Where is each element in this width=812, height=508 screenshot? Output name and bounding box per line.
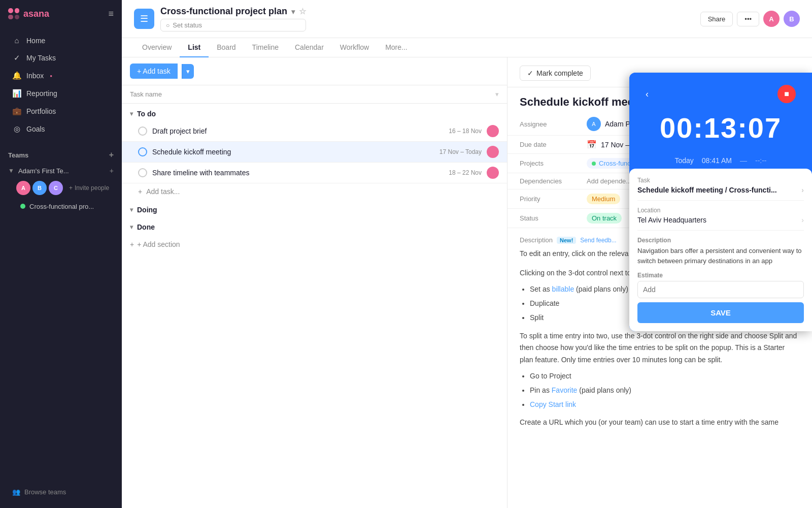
sidebar-nav: ⌂ Home ✓ My Tasks 🔔 Inbox ● 📊 Reporting …	[0, 27, 122, 142]
timer-save-btn[interactable]: SAVE	[637, 302, 804, 323]
sidebar-item-label-home: Home	[26, 37, 45, 45]
add-task-dropdown-btn[interactable]: ▾	[182, 64, 194, 79]
sidebar-item-reporting[interactable]: 📊 Reporting	[4, 85, 118, 102]
task-dates-share: 18 – 22 Nov	[449, 169, 482, 176]
goals-icon: ◎	[12, 124, 21, 134]
timer-back-btn[interactable]: ‹	[646, 89, 649, 100]
sidebar-item-label-portfolios: Portfolios	[26, 107, 56, 115]
due-date-text: 17 Nov –	[601, 141, 629, 149]
status-badge: On track	[587, 213, 622, 224]
task-name-draft: Draft project brief	[152, 127, 444, 135]
team-item-adams[interactable]: ▼ Adam's First Te... +	[0, 164, 122, 178]
bell-icon: 🔔	[12, 71, 21, 80]
timer-location-value[interactable]: Tel Aviv Headquarters ›	[637, 216, 804, 224]
sidebar-item-inbox[interactable]: 🔔 Inbox ●	[4, 67, 118, 84]
logo-dot-bl	[8, 15, 13, 20]
timer-time: 00:13:07	[660, 112, 782, 144]
project-star-icon[interactable]: ☆	[299, 7, 306, 16]
task-avatar-draft	[487, 125, 499, 137]
split-text: To split a time entry into two, use the …	[520, 330, 800, 366]
task-name-header: Task name ▾	[122, 85, 507, 104]
project-item-cross-functional[interactable]: Cross-functional pro... •••	[4, 199, 118, 214]
favorite-link[interactable]: Favorite	[552, 386, 578, 394]
todo-section-label: To do	[137, 110, 156, 118]
mark-complete-btn[interactable]: ✓ Mark complete	[520, 66, 591, 81]
tab-board[interactable]: Board	[209, 38, 244, 57]
project-title-text: Cross-functional project plan	[160, 6, 287, 17]
add-task-button[interactable]: + Add task	[130, 64, 178, 79]
new-badge: New!	[557, 237, 576, 244]
timer-description-section: Description Navigation bars offer a pers…	[637, 237, 804, 266]
section-header-todo[interactable]: ▾ To do	[122, 104, 507, 121]
tab-workflow[interactable]: Workflow	[332, 38, 377, 57]
timer-stop-btn[interactable]: ■	[777, 85, 796, 103]
send-feedback-link[interactable]: Send feedb...	[580, 237, 616, 244]
invite-people-btn[interactable]: + Invite people	[65, 181, 113, 195]
billable-link[interactable]: billable	[552, 285, 574, 293]
tab-list[interactable]: List	[180, 38, 209, 57]
timer-desc-label: Description	[637, 237, 804, 244]
timer-estimate-input[interactable]	[637, 281, 804, 298]
mark-complete-label: Mark complete	[536, 69, 583, 77]
timer-divider-1	[637, 200, 804, 201]
priority-badge: Medium	[587, 194, 620, 204]
dependencies-value[interactable]: Add depende...	[587, 177, 631, 185]
content-area: + Add task ▾ Task name ▾ ▾ To do Draft p…	[122, 57, 812, 508]
project-icon-symbol: ☰	[140, 13, 148, 24]
add-section-btn[interactable]: + + Add section	[122, 234, 507, 255]
avatar-2[interactable]: B	[32, 181, 47, 195]
project-title-chevron-icon[interactable]: ▾	[291, 8, 295, 16]
invite-label: Invite people	[75, 184, 109, 192]
task-avatar-schedule	[487, 146, 499, 158]
sidebar-bottom: 👥 Browse teams	[0, 476, 122, 508]
check-circle-icon: ✓	[527, 69, 533, 77]
add-team-btn[interactable]: +	[109, 150, 114, 160]
set-status-label: Set status	[173, 21, 202, 29]
task-check-share[interactable]	[138, 168, 147, 177]
section-header-done[interactable]: ▾ Done	[122, 217, 507, 234]
timer-task-chevron-icon: ›	[801, 186, 804, 194]
timer-today-label: Today	[674, 156, 693, 165]
task-check-schedule[interactable]	[138, 147, 147, 156]
tab-calendar[interactable]: Calendar	[287, 38, 332, 57]
task-row-share[interactable]: Share timeline with teammates 18 – 22 No…	[122, 163, 507, 183]
set-status-btn[interactable]: ○ Set status	[160, 19, 306, 31]
header-share-btn[interactable]: Share	[700, 12, 733, 26]
due-date-value[interactable]: 📅 17 Nov –	[587, 140, 629, 149]
status-value[interactable]: On track	[587, 213, 622, 224]
section-header-doing[interactable]: ▾ Doing	[122, 200, 507, 217]
status-circle-icon: ○	[166, 22, 170, 29]
add-section-label: + Add section	[137, 240, 180, 248]
task-name-share: Share timeline with teammates	[152, 169, 444, 177]
avatar-1[interactable]: A	[16, 181, 30, 195]
sidebar-item-label-tasks: My Tasks	[26, 54, 56, 62]
sidebar-item-goals[interactable]: ◎ Goals	[4, 120, 118, 138]
task-check-draft[interactable]	[138, 126, 147, 136]
task-header-chevron-icon: ▾	[495, 90, 499, 98]
timer-estimate-label: Estimate	[637, 272, 804, 279]
task-name-schedule: Schedule kickoff meeting	[152, 148, 434, 156]
add-task-todo-btn[interactable]: + Add task...	[122, 183, 507, 200]
task-row-draft[interactable]: Draft project brief 16 – 18 Nov	[122, 121, 507, 142]
browse-teams-btn[interactable]: 👥 Browse teams	[8, 484, 114, 500]
header-more-btn[interactable]: •••	[737, 12, 759, 26]
add-to-team-btn[interactable]: +	[110, 167, 114, 175]
tab-timeline[interactable]: Timeline	[244, 38, 287, 57]
tab-overview[interactable]: Overview	[134, 38, 180, 57]
tab-more[interactable]: More...	[377, 38, 416, 57]
sidebar-item-my-tasks[interactable]: ✓ My Tasks	[4, 49, 118, 67]
timer-location-text: Tel Aviv Headquarters	[637, 216, 706, 224]
priority-value[interactable]: Medium	[587, 194, 620, 204]
timer-task-name[interactable]: Schedule kickoff meeting / Cross-functi.…	[637, 186, 804, 194]
avatar-3[interactable]: C	[49, 181, 63, 195]
doing-chevron-icon: ▾	[130, 206, 133, 213]
sidebar-item-home[interactable]: ⌂ Home	[4, 32, 118, 49]
sidebar-item-portfolios[interactable]: 💼 Portfolios	[4, 103, 118, 120]
hamburger-icon[interactable]: ≡	[108, 9, 114, 19]
task-row-schedule[interactable]: Schedule kickoff meeting 17 Nov – Today	[122, 142, 507, 163]
copy-start-link-a[interactable]: Copy Start link	[530, 400, 576, 408]
add-task-plus-icon: +	[138, 187, 142, 196]
asana-logo[interactable]: asana	[8, 8, 49, 19]
description-label-text: Description	[520, 236, 553, 244]
timer-end-time: --:--	[755, 156, 767, 165]
